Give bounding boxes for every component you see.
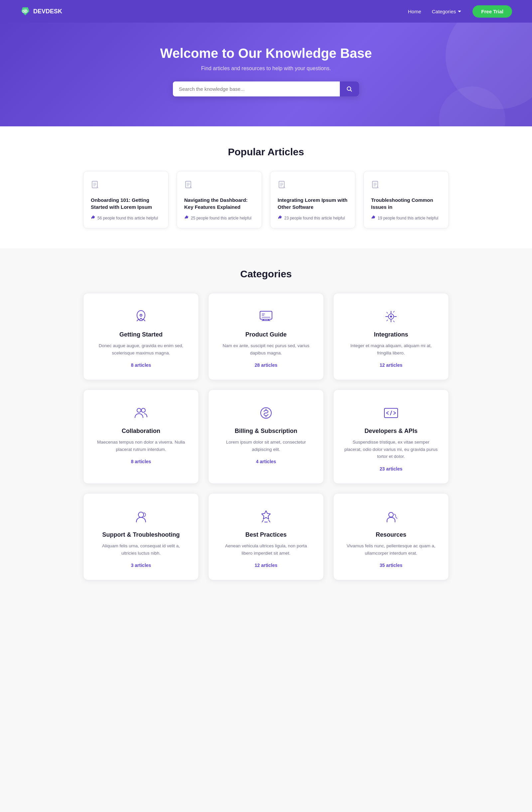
category-desc: Vivamus felis nunc, pellentesque ac quam… [344, 542, 438, 556]
thumbs-up-icon [91, 215, 96, 221]
logo[interactable]: DD DEVDESK [20, 6, 62, 17]
category-icon-getting-started [94, 308, 188, 325]
nav-home[interactable]: Home [408, 9, 421, 14]
category-count: 3 articles [94, 563, 188, 568]
category-card-resources[interactable]: Resources Vivamus felis nunc, pellentesq… [333, 493, 449, 580]
category-name: Billing & Subscription [219, 427, 313, 435]
search-input[interactable] [173, 82, 340, 97]
category-count: 12 articles [344, 362, 438, 368]
category-desc: Suspendisse tristique, ex vitae semper p… [344, 439, 438, 460]
category-card-billing[interactable]: Billing & Subscription Lorem ipsum dolor… [208, 389, 324, 484]
article-helpful: 23 people found this article helpful [278, 215, 348, 221]
category-desc: Integer et magna aliquam, aliquam mi at,… [344, 342, 438, 357]
thumbs-up-icon [184, 215, 189, 221]
svg-point-17 [138, 512, 144, 517]
search-bar [173, 82, 359, 97]
hero-subtitle: Find articles and resources to help with… [13, 66, 519, 72]
category-name: Collaboration [94, 427, 188, 435]
article-doc-icon [91, 180, 161, 191]
svg-point-18 [389, 512, 393, 517]
category-name: Developers & APIs [344, 427, 438, 435]
category-card-product-guide[interactable]: Product Guide Nam ex ante, suscipit nec … [208, 293, 324, 380]
navbar: DD DEVDESK Home Categories Free Trial [0, 0, 532, 23]
article-card[interactable]: Onboarding 101: Getting Started with Lor… [83, 171, 169, 229]
popular-articles-title: Popular Articles [20, 146, 512, 158]
article-title: Integrating Lorem Ipsum with Other Softw… [278, 197, 348, 211]
category-name: Product Guide [219, 331, 313, 338]
categories-title: Categories [20, 269, 512, 280]
svg-point-9 [140, 314, 142, 316]
category-desc: Aenean vehicula ultrices ligula, non por… [219, 542, 313, 556]
thumbs-up-icon [371, 215, 376, 221]
svg-text:DD: DD [22, 9, 28, 13]
article-helpful: 56 people found this article helpful [91, 215, 161, 221]
category-icon-support [94, 508, 188, 525]
category-count: 35 articles [344, 563, 438, 568]
svg-line-4 [350, 90, 352, 91]
chevron-down-icon [457, 9, 462, 14]
category-name: Integrations [344, 331, 438, 338]
category-icon-integrations [344, 308, 438, 325]
category-icon-collaboration [94, 404, 188, 422]
category-card-best-practices[interactable]: Best Practices Aenean vehicula ultrices … [208, 493, 324, 580]
category-count: 28 articles [219, 362, 313, 368]
article-doc-icon [371, 180, 441, 191]
article-card[interactable]: Navigating the Dashboard: Key Features E… [176, 171, 262, 229]
article-title: Troubleshooting Common Issues in [371, 197, 441, 211]
category-card-support[interactable]: Support & Troubleshooting Aliquam felis … [83, 493, 199, 580]
category-icon-best-practices [219, 508, 313, 525]
category-card-integrations[interactable]: Integrations Integer et magna aliquam, a… [333, 293, 449, 380]
svg-point-3 [347, 87, 351, 90]
category-count: 23 articles [344, 466, 438, 472]
hero-title: Welcome to Our Knowledge Base [13, 46, 519, 61]
helpful-text: 23 people found this article helpful [284, 216, 345, 220]
category-icon-product-guide [219, 308, 313, 325]
nav-links: Home Categories Free Trial [408, 5, 512, 18]
thumbs-up-icon [278, 215, 282, 221]
nav-categories[interactable]: Categories [432, 9, 462, 14]
article-doc-icon [184, 180, 254, 191]
category-name: Getting Started [94, 331, 188, 338]
category-card-collaboration[interactable]: Collaboration Maecenas tempus non dolor … [83, 389, 199, 484]
category-icon-resources [344, 508, 438, 525]
helpful-text: 25 people found this article helpful [191, 216, 251, 220]
category-card-developers[interactable]: Developers & APIs Suspendisse tristique,… [333, 389, 449, 484]
article-doc-icon [278, 180, 348, 191]
article-title: Onboarding 101: Getting Started with Lor… [91, 197, 161, 211]
popular-articles-section: Popular Articles Onboarding 101: Getting… [0, 126, 532, 248]
free-trial-button[interactable]: Free Trial [473, 5, 512, 18]
search-button[interactable] [340, 82, 359, 97]
category-count: 4 articles [219, 459, 313, 464]
svg-point-12 [390, 316, 392, 318]
category-icon-billing [219, 404, 313, 422]
category-desc: Aliquam felis urna, consequat id velit a… [94, 542, 188, 556]
category-icon-developers [344, 404, 438, 422]
helpful-text: 19 people found this article helpful [378, 216, 438, 220]
svg-point-13 [137, 408, 141, 412]
helpful-text: 56 people found this article helpful [97, 216, 158, 220]
svg-point-14 [141, 408, 145, 412]
category-name: Support & Troubleshooting [94, 531, 188, 538]
category-name: Resources [344, 531, 438, 538]
categories-grid: Getting Started Donec augue augue, gravi… [83, 293, 449, 580]
categories-section: Categories Getting Started Donec augue a… [0, 248, 532, 600]
hero-section: Welcome to Our Knowledge Base Find artic… [0, 23, 532, 126]
category-desc: Nam ex ante, suscipit nec purus sed, var… [219, 342, 313, 357]
article-card[interactable]: Integrating Lorem Ipsum with Other Softw… [270, 171, 356, 229]
article-card[interactable]: Troubleshooting Common Issues in 19 peop… [363, 171, 449, 229]
article-title: Navigating the Dashboard: Key Features E… [184, 197, 254, 211]
category-desc: Maecenas tempus non dolor a viverra. Nul… [94, 439, 188, 453]
article-helpful: 25 people found this article helpful [184, 215, 254, 221]
articles-grid: Onboarding 101: Getting Started with Lor… [83, 171, 449, 229]
category-desc: Donec augue augue, gravida eu enim sed, … [94, 342, 188, 357]
category-name: Best Practices [219, 531, 313, 538]
search-icon [346, 86, 353, 92]
category-desc: Lorem ipsum dolor sit amet, consectetur … [219, 439, 313, 453]
category-card-getting-started[interactable]: Getting Started Donec augue augue, gravi… [83, 293, 199, 380]
category-count: 8 articles [94, 362, 188, 368]
category-count: 8 articles [94, 459, 188, 464]
article-helpful: 19 people found this article helpful [371, 215, 441, 221]
category-count: 12 articles [219, 563, 313, 568]
